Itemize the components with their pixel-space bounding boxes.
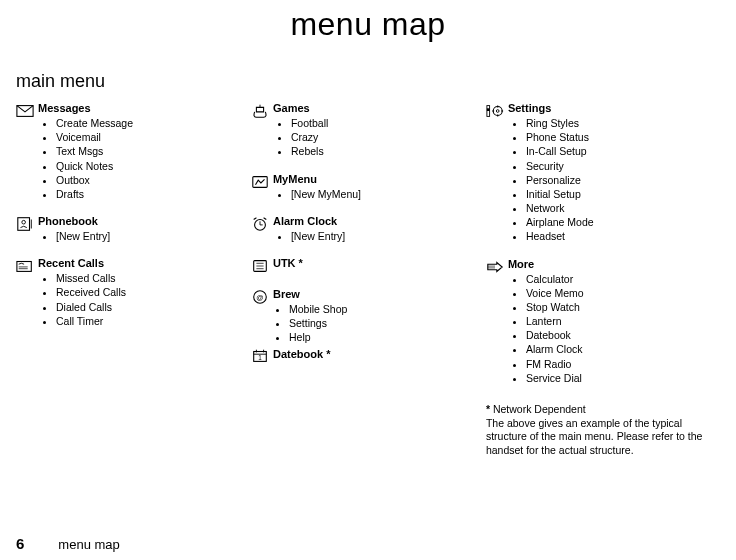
list-item: Headset [526,229,720,243]
menu-alarm-clock: Alarm Clock [New Entry] [251,215,474,243]
settings-icon [486,102,508,244]
menu-datebook: 1 Datebook * [251,348,474,364]
column-3: Settings Ring Styles Phone Status In-Cal… [480,102,726,457]
alarm-heading: Alarm Clock [273,215,474,227]
utk-icon [251,257,273,274]
list-item: Service Dial [526,371,720,385]
svg-point-27 [493,107,502,116]
list-item: Lantern [526,314,720,328]
utk-heading: UTK * [273,257,474,269]
list-item: Crazy [291,130,474,144]
recent-calls-heading: Recent Calls [38,257,239,269]
messages-list: Create Message Voicemail Text Msgs Quick… [38,116,239,201]
messages-heading: Messages [38,102,239,114]
brew-heading: Brew [273,288,474,300]
list-item: Initial Setup [526,187,720,201]
menu-settings: Settings Ring Styles Phone Status In-Cal… [486,102,720,244]
settings-heading: Settings [508,102,720,114]
svg-line-12 [254,217,257,219]
list-item: Datebook [526,328,720,342]
more-list: Calculator Voice Memo Stop Watch Lantern… [508,272,720,385]
menu-messages: Messages Create Message Voicemail Text M… [16,102,239,201]
mymenu-icon [251,173,273,201]
list-item: Football [291,116,474,130]
list-item: Security [526,159,720,173]
envelope-icon [16,102,38,201]
list-item: Rebels [291,144,474,158]
list-item: [New Entry] [56,229,239,243]
list-item: Help [289,330,474,344]
list-item: Voicemail [56,130,239,144]
menu-utk: UTK * [251,257,474,274]
list-item: Outbox [56,173,239,187]
list-item: Phone Status [526,130,720,144]
list-item: Network [526,201,720,215]
recent-calls-icon [16,257,38,328]
page-number: 6 [16,535,24,552]
alarm-clock-icon [251,215,273,243]
list-item: Received Calls [56,285,239,299]
page-title: menu map [0,6,736,43]
menu-phonebook: Phonebook [New Entry] [16,215,239,243]
list-item: Call Timer [56,314,239,328]
footnote-star-text: Network Dependent [490,403,586,415]
list-item: Alarm Clock [526,342,720,356]
phonebook-heading: Phonebook [38,215,239,227]
list-item: Ring Styles [526,116,720,130]
list-item: Airplane Mode [526,215,720,229]
list-item: Stop Watch [526,300,720,314]
menu-brew: @ Brew Mobile Shop Settings Help [251,288,474,345]
mymenu-heading: MyMenu [273,173,474,185]
games-icon [251,102,273,159]
brew-icon: @ [251,288,273,345]
phonebook-icon [16,215,38,243]
column-2: Games Football Crazy Rebels MyMenu [New … [245,102,480,457]
svg-line-13 [264,217,267,219]
column-1: Messages Create Message Voicemail Text M… [10,102,245,457]
brew-list: Mobile Shop Settings Help [273,302,474,345]
menu-columns: Messages Create Message Voicemail Text M… [0,102,736,457]
svg-text:@: @ [256,293,263,302]
mymenu-list: [New MyMenu] [273,187,474,201]
list-item: Missed Calls [56,271,239,285]
section-title: main menu [16,71,736,92]
footer-label: menu map [58,537,119,552]
games-heading: Games [273,102,474,114]
list-item: Settings [289,316,474,330]
list-item: Mobile Shop [289,302,474,316]
footnote-body: The above gives an example of the typica… [486,417,712,458]
list-item: Quick Notes [56,159,239,173]
games-list: Football Crazy Rebels [273,116,474,159]
list-item: [New Entry] [291,229,474,243]
svg-text:1: 1 [258,354,262,361]
list-item: Voice Memo [526,286,720,300]
list-item: Calculator [526,272,720,286]
recent-calls-list: Missed Calls Received Calls Dialed Calls… [38,271,239,328]
menu-recent-calls: Recent Calls Missed Calls Received Calls… [16,257,239,328]
datebook-icon: 1 [251,348,273,364]
more-heading: More [508,258,720,270]
alarm-list: [New Entry] [273,229,474,243]
list-item: In-Call Setup [526,144,720,158]
svg-rect-26 [487,108,490,111]
svg-point-28 [496,110,499,113]
more-icon [486,258,508,385]
list-item: Drafts [56,187,239,201]
menu-more: More Calculator Voice Memo Stop Watch La… [486,258,720,385]
list-item: [New MyMenu] [291,187,474,201]
list-item: Create Message [56,116,239,130]
phonebook-list: [New Entry] [38,229,239,243]
svg-rect-4 [17,262,31,272]
menu-games: Games Football Crazy Rebels [251,102,474,159]
list-item: Text Msgs [56,144,239,158]
datebook-heading: Datebook * [273,348,330,360]
list-item: Personalize [526,173,720,187]
footnote: * Network Dependent The above gives an e… [486,403,720,458]
list-item: FM Radio [526,357,720,371]
page-footer: 6menu map [16,535,120,552]
settings-list: Ring Styles Phone Status In-Call Setup S… [508,116,720,244]
list-item: Dialed Calls [56,300,239,314]
menu-mymenu: MyMenu [New MyMenu] [251,173,474,201]
svg-point-2 [22,220,26,224]
